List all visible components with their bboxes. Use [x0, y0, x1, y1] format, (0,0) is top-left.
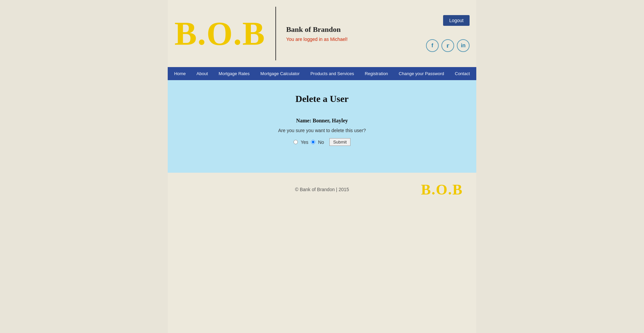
nav-change-password[interactable]: Change your Password — [393, 67, 449, 80]
nav-products-services[interactable]: Products and Services — [305, 67, 359, 80]
yes-label: Yes — [301, 140, 308, 145]
navbar: Home About Mortgage Rates Mortgage Calcu… — [168, 67, 476, 80]
confirm-text: Are you sure you want to delete this use… — [174, 128, 470, 133]
facebook-icon[interactable]: f — [426, 39, 439, 52]
social-icons: f 𝕣 in — [426, 39, 470, 52]
yes-radio[interactable] — [293, 140, 298, 144]
user-name-label: Name: Bonner, Hayley — [174, 118, 470, 124]
twitter-letter: 𝕣 — [446, 43, 449, 49]
nav-home[interactable]: Home — [169, 67, 191, 80]
twitter-icon[interactable]: 𝕣 — [441, 39, 454, 52]
nav-registration[interactable]: Registration — [359, 67, 393, 80]
submit-button[interactable]: Submit — [329, 138, 350, 146]
header-right: Logout f 𝕣 in — [426, 15, 470, 52]
header: B.O.B Bank of Brandon You are logged in … — [168, 0, 476, 67]
nav-contact[interactable]: Contact — [449, 67, 475, 80]
nav-mortgage-rates[interactable]: Mortgage Rates — [213, 67, 255, 80]
header-logo: B.O.B — [174, 17, 265, 50]
page-wrapper: B.O.B Bank of Brandon You are logged in … — [168, 0, 476, 333]
header-center: Bank of Brandon You are logged in as Mic… — [286, 25, 347, 42]
linkedin-icon[interactable]: in — [457, 39, 470, 52]
no-label: No — [318, 140, 324, 145]
logged-in-text: You are logged in as Michael! — [286, 37, 347, 42]
nav-mortgage-calculator[interactable]: Mortgage Calculator — [255, 67, 305, 80]
header-left: B.O.B Bank of Brandon You are logged in … — [174, 7, 347, 60]
nav-about[interactable]: About — [191, 67, 213, 80]
header-divider — [275, 7, 276, 60]
logout-button[interactable]: Logout — [443, 15, 470, 26]
main-content: Delete a User Name: Bonner, Hayley Are y… — [168, 80, 476, 173]
bank-name: Bank of Brandon — [286, 25, 347, 34]
footer-logo: B.O.B — [421, 181, 463, 198]
radio-group: Yes No Submit — [174, 138, 470, 146]
no-radio[interactable] — [311, 140, 315, 144]
footer: © Bank of Brandon | 2015 B.O.B — [168, 173, 476, 206]
page-title: Delete a User — [174, 94, 470, 104]
footer-copyright: © Bank of Brandon | 2015 — [295, 187, 349, 192]
